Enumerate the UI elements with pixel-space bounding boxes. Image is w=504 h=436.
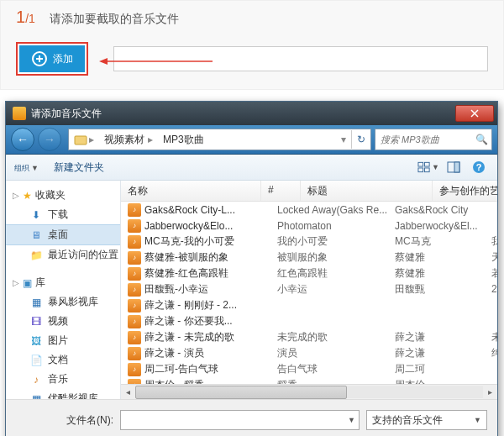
sidebar-favorites-header[interactable]: ▷★收藏夹 <box>6 186 120 205</box>
scroll-left-button[interactable]: ◂ <box>121 385 135 399</box>
video-icon: 🎞 <box>29 315 43 328</box>
documents-icon: 📄 <box>29 354 43 367</box>
column-headers: 名称 # 标题 参与创作的艺术家 唱片集 <box>121 181 497 202</box>
breadcrumb-root[interactable]: ▸ <box>69 133 99 146</box>
sidebar-item[interactable]: ⬇下载 <box>6 205 120 224</box>
help-button[interactable]: ? <box>467 157 491 177</box>
search-input[interactable] <box>379 134 475 145</box>
sidebar-item[interactable]: 🖼图片 <box>6 331 120 350</box>
file-title: 稻香 <box>277 378 395 384</box>
breadcrumb-seg-0[interactable]: 视频素材▸ <box>99 133 158 147</box>
step-title: 请添加要截取的音乐文件 <box>50 12 179 25</box>
disclosure-icon: ▷ <box>13 191 19 200</box>
new-folder-button[interactable]: 新建文件夹 <box>54 160 104 175</box>
svg-rect-7 <box>75 136 87 144</box>
toolbar: 组织▼ 新建文件夹 ▼ ? <box>6 155 497 181</box>
file-row[interactable]: ♪周二珂-告白气球告白气球周二珂【歌单 <box>121 361 497 377</box>
file-artist: 薛之谦 <box>395 346 491 360</box>
organize-menu[interactable]: 组织▼ <box>13 161 39 174</box>
dialog-icon <box>13 107 26 120</box>
plus-circle-icon <box>31 50 48 67</box>
download-icon: ⬇ <box>29 208 43 222</box>
file-title: 演员 <box>277 346 395 360</box>
close-icon <box>470 109 479 118</box>
audio-file-icon: ♪ <box>128 347 141 360</box>
file-open-dialog: 请添加音乐文件 ← → ▸ 视频素材▸ MP3歌曲 ▾ ↻ 🔍 组织▼ 新建文件… <box>5 101 498 436</box>
sidebar-item[interactable]: 🎞视频 <box>6 312 120 331</box>
nav-back-button[interactable]: ← <box>11 128 34 151</box>
top-panel: 1/1 请添加要截取的音乐文件 添加 <box>0 0 504 90</box>
add-button-label: 添加 <box>53 52 73 66</box>
file-row[interactable]: ♪Jabberwocky&Elo...PhotomatonJabberwocky… <box>121 218 497 234</box>
search-box[interactable]: 🔍 <box>375 129 492 150</box>
breadcrumb[interactable]: ▸ 视频素材▸ MP3歌曲 ▾ ↻ <box>68 129 371 150</box>
close-button[interactable] <box>455 105 494 122</box>
sidebar-item-label: 视频 <box>48 314 68 328</box>
file-artist: Jabberwocky&El... <box>395 220 491 232</box>
breadcrumb-seg-1[interactable]: MP3歌曲 <box>158 133 209 147</box>
horizontal-scrollbar[interactable]: ◂ ▸ <box>121 384 497 399</box>
add-button[interactable]: 添加 <box>19 45 85 72</box>
file-album: 绅士 <box>491 346 497 360</box>
file-row[interactable]: ♪薛之谦 - 未完成的歌未完成的歌薛之谦未完成 <box>121 329 497 345</box>
file-title: 我的小可爱 <box>277 234 395 249</box>
file-album: 【歌单 <box>491 202 497 217</box>
step-header: 1/1 请添加要截取的音乐文件 <box>16 8 488 27</box>
file-row[interactable]: ♪田馥甄-小幸运小幸运田馥甄2015国 <box>121 281 497 297</box>
sidebar-item-label: 文档 <box>48 353 68 367</box>
file-row[interactable]: ♪蔡健雅-红色高跟鞋红色高跟鞋蔡健雅若你碰 <box>121 265 497 281</box>
dialog-titlebar[interactable]: 请添加音乐文件 <box>6 102 497 125</box>
refresh-button[interactable]: ↻ <box>351 130 370 149</box>
sidebar: ▷★收藏夹 ⬇下载🖥桌面📁最近访问的位置 ▷▣库 ▦暴风影视库🎞视频🖼图片📄文档… <box>6 181 121 399</box>
file-album: 未完成 <box>491 330 497 344</box>
recent-icon: 📁 <box>29 249 43 262</box>
view-mode-button[interactable]: ▼ <box>417 157 440 177</box>
svg-rect-9 <box>424 162 429 166</box>
audio-file-icon: ♪ <box>128 315 141 328</box>
scroll-thumb[interactable] <box>135 386 347 399</box>
col-title[interactable]: 标题 <box>301 181 433 201</box>
dialog-footer: 文件名(N): ▼ 支持的音乐文件 ▼ 打开(O)▼ 取消 <box>6 399 497 436</box>
nav-bar: ← → ▸ 视频素材▸ MP3歌曲 ▾ ↻ 🔍 <box>6 125 497 155</box>
file-name: Jabberwocky&Elo... <box>144 220 252 232</box>
svg-rect-11 <box>424 168 429 172</box>
audio-file-icon: ♪ <box>128 251 141 265</box>
video-lib2-icon: ▦ <box>29 392 43 400</box>
file-title: 小幸运 <box>277 282 395 297</box>
filetype-filter[interactable]: 支持的音乐文件 ▼ <box>366 410 487 430</box>
video-lib-icon: ▦ <box>29 296 43 309</box>
col-number[interactable]: # <box>261 181 301 201</box>
nav-forward-button[interactable]: → <box>38 128 61 151</box>
file-name: 薛之谦 - 未完成的歌 <box>144 330 252 344</box>
sidebar-item-label: 优酷影视库 <box>48 391 98 399</box>
arrow-left-icon: ← <box>17 133 29 146</box>
file-list: 名称 # 标题 参与创作的艺术家 唱片集 ♪Gaks&Rock City-L..… <box>121 181 497 399</box>
filename-combobox[interactable]: ▼ <box>120 410 360 430</box>
file-row[interactable]: ♪薛之谦 - 演员演员薛之谦绅士 <box>121 345 497 361</box>
preview-pane-button[interactable] <box>442 157 465 177</box>
scroll-right-button[interactable]: ▸ <box>483 385 497 399</box>
file-album: 2015国 <box>491 282 497 297</box>
file-name: 蔡健雅-被驯服的象 <box>144 250 252 265</box>
col-artist[interactable]: 参与创作的艺术家 <box>433 181 497 201</box>
sidebar-library-header[interactable]: ▷▣库 <box>6 273 120 292</box>
file-row[interactable]: ♪薛之谦 - 刚刚好 - 2... <box>121 297 497 313</box>
star-icon: ★ <box>23 190 32 202</box>
add-button-highlight: 添加 <box>16 42 88 76</box>
sidebar-item[interactable]: ♪音乐 <box>6 370 120 389</box>
breadcrumb-dropdown[interactable]: ▾ <box>336 134 351 145</box>
file-album: 我的小 <box>491 234 497 249</box>
file-row[interactable]: ♪Gaks&Rock City-L...Locked Away(Gaks Re.… <box>121 202 497 218</box>
sidebar-item-label: 暴风影视库 <box>48 295 98 309</box>
file-row[interactable]: ♪周杰伦 - 稻香稻香周杰伦 <box>121 377 497 384</box>
sidebar-item[interactable]: 📁最近访问的位置 <box>6 245 120 265</box>
file-row[interactable]: ♪MC马克-我的小可爱我的小可爱MC马克我的小 <box>121 234 497 250</box>
col-name[interactable]: 名称 <box>121 181 261 201</box>
sidebar-item[interactable]: ▦暴风影视库 <box>6 292 120 312</box>
file-name: 薛之谦 - 你还要我... <box>144 314 252 328</box>
file-row[interactable]: ♪蔡健雅-被驯服的象被驯服的象蔡健雅天使与 <box>121 250 497 265</box>
sidebar-item[interactable]: ▦优酷影视库 <box>6 389 120 399</box>
file-row[interactable]: ♪薛之谦 - 你还要我... <box>121 313 497 329</box>
sidebar-item[interactable]: 📄文档 <box>6 350 120 370</box>
sidebar-item[interactable]: 🖥桌面 <box>6 224 120 245</box>
